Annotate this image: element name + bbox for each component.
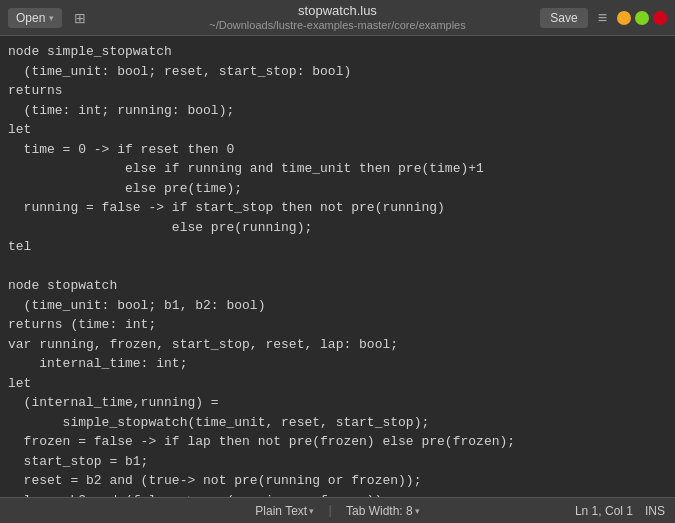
status-center: Plain Text ▾ | Tab Width: 8 ▾: [255, 503, 419, 518]
file-title: stopwatch.lus: [209, 3, 465, 18]
title-bar: Open ▾ ⊞ stopwatch.lus ~/Downloads/lustr…: [0, 0, 675, 36]
status-right: Ln 1, Col 1 INS: [575, 504, 665, 518]
file-path: ~/Downloads/lustre-examples-master/core/…: [209, 19, 465, 31]
position-label: Ln 1, Col 1: [575, 504, 633, 518]
menu-icon-button[interactable]: ≡: [594, 7, 611, 29]
title-bar-right: Save ≡: [540, 7, 667, 29]
ins-label: INS: [645, 504, 665, 518]
tab-width-label: Tab Width: 8: [346, 504, 413, 518]
save-button[interactable]: Save: [540, 8, 587, 28]
plain-text-label: Plain Text: [255, 504, 307, 518]
code-content[interactable]: node simple_stopwatch (time_unit: bool; …: [8, 42, 667, 497]
screenshot-icon[interactable]: ⊞: [70, 8, 90, 28]
tab-width-chevron-icon: ▾: [415, 506, 420, 516]
open-label: Open: [16, 11, 45, 25]
maximize-button[interactable]: [635, 11, 649, 25]
open-dropdown-icon: ▾: [49, 13, 54, 23]
status-divider-1: |: [326, 503, 334, 518]
title-bar-left: Open ▾ ⊞: [8, 8, 90, 28]
title-bar-center: stopwatch.lus ~/Downloads/lustre-example…: [209, 3, 465, 33]
editor-area[interactable]: node simple_stopwatch (time_unit: bool; …: [0, 36, 675, 497]
tab-width-dropdown[interactable]: Tab Width: 8 ▾: [346, 504, 420, 518]
window-controls: [617, 11, 667, 25]
open-button[interactable]: Open ▾: [8, 8, 62, 28]
plain-text-dropdown[interactable]: Plain Text ▾: [255, 504, 314, 518]
minimize-button[interactable]: [617, 11, 631, 25]
close-button[interactable]: [653, 11, 667, 25]
status-bar: Plain Text ▾ | Tab Width: 8 ▾ Ln 1, Col …: [0, 497, 675, 523]
plain-text-chevron-icon: ▾: [309, 506, 314, 516]
